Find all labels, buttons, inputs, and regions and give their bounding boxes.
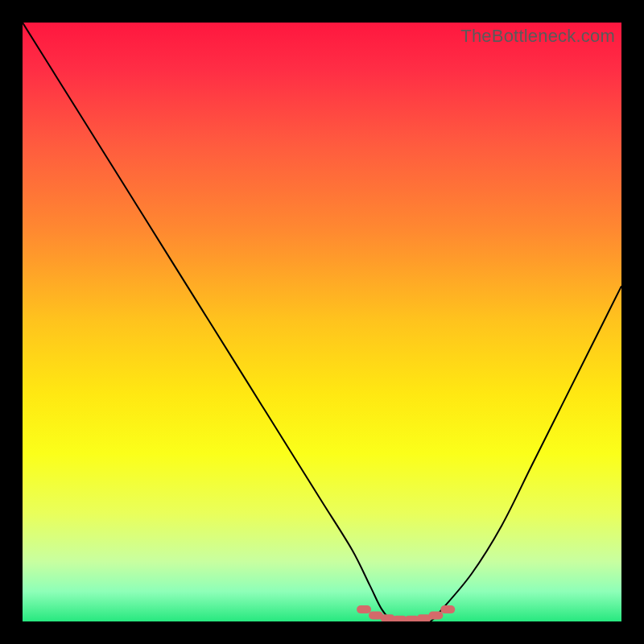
bottleneck-chart <box>23 23 621 621</box>
chart-frame: TheBottleneck.com <box>23 23 621 621</box>
gradient-background <box>23 23 621 621</box>
marker-dot <box>357 605 371 613</box>
watermark-text: TheBottleneck.com <box>460 26 615 47</box>
marker-dot <box>428 612 443 620</box>
marker-dot <box>440 605 455 613</box>
